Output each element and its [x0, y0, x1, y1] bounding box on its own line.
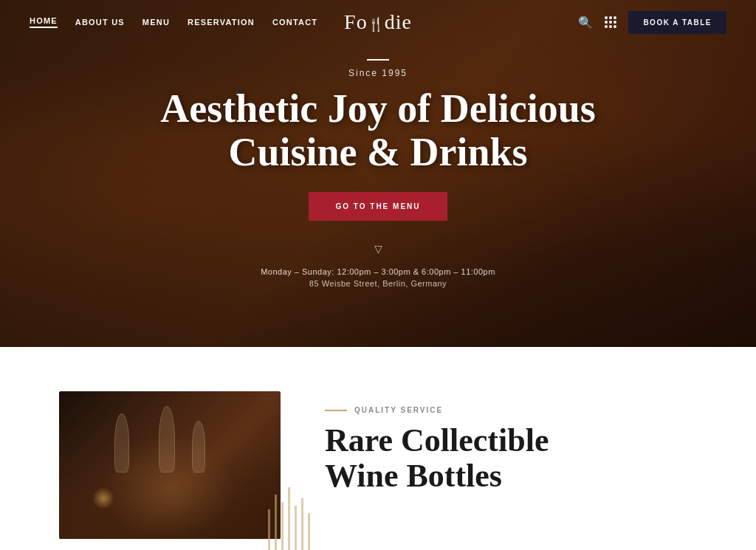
section-title: Rare Collectible Wine Bottles	[325, 423, 697, 495]
below-image-column	[59, 391, 281, 539]
scroll-arrow-icon: ▽	[374, 243, 382, 255]
hero-hours: Monday – Sunday: 12:00pm – 3:00pm & 6:00…	[261, 267, 495, 276]
logo-icon: 🍴	[368, 17, 385, 32]
nav-menu[interactable]: Menu	[142, 18, 170, 27]
nav-contact[interactable]: Contact	[272, 18, 317, 27]
nav-links: Home About Us Menu Reservation Contact	[30, 16, 317, 28]
below-image-wrapper	[59, 391, 281, 539]
nav-right-actions: 🔍 Book a Table	[578, 11, 726, 34]
search-icon[interactable]: 🔍	[578, 16, 593, 30]
hero-section: Home About Us Menu Reservation Contact F…	[0, 0, 756, 347]
logo-text: Fo	[344, 10, 368, 33]
book-table-button[interactable]: Book a Table	[628, 11, 726, 34]
nav-reservation[interactable]: Reservation	[188, 18, 255, 27]
navbar: Home About Us Menu Reservation Contact F…	[0, 0, 756, 44]
quality-service-label: Quality Service	[354, 406, 443, 414]
hero-content: Since 1995 Aesthetic Joy of Delicious Cu…	[0, 0, 756, 347]
section-title-line2: Wine Bottles	[325, 458, 502, 494]
goto-menu-button[interactable]: Go to the Menu	[309, 192, 447, 221]
hero-since: Since 1995	[348, 68, 408, 78]
restaurant-image	[59, 391, 281, 539]
nav-home[interactable]: Home	[30, 16, 58, 28]
nav-about[interactable]: About Us	[75, 18, 125, 27]
decorative-lines	[268, 487, 310, 550]
hero-title: Aesthetic Joy of Delicious Cuisine & Dri…	[160, 87, 595, 175]
below-content-column: Quality Service Rare Collectible Wine Bo…	[325, 391, 697, 495]
quality-label: Quality Service	[325, 406, 697, 414]
quality-line-decoration	[325, 410, 347, 411]
site-logo[interactable]: Fo🍴die	[344, 10, 412, 34]
below-fold-section: Quality Service Rare Collectible Wine Bo…	[0, 347, 756, 550]
hero-address: 85 Weisbe Street, Berlin, Germany	[309, 279, 447, 288]
hero-title-line2: Cuisine & Drinks	[228, 130, 527, 174]
section-title-line1: Rare Collectible	[325, 422, 549, 458]
hero-title-line1: Aesthetic Joy of Delicious	[160, 86, 595, 131]
logo-text2: die	[385, 10, 412, 33]
hero-divider	[367, 59, 389, 61]
grid-icon[interactable]	[605, 16, 616, 28]
